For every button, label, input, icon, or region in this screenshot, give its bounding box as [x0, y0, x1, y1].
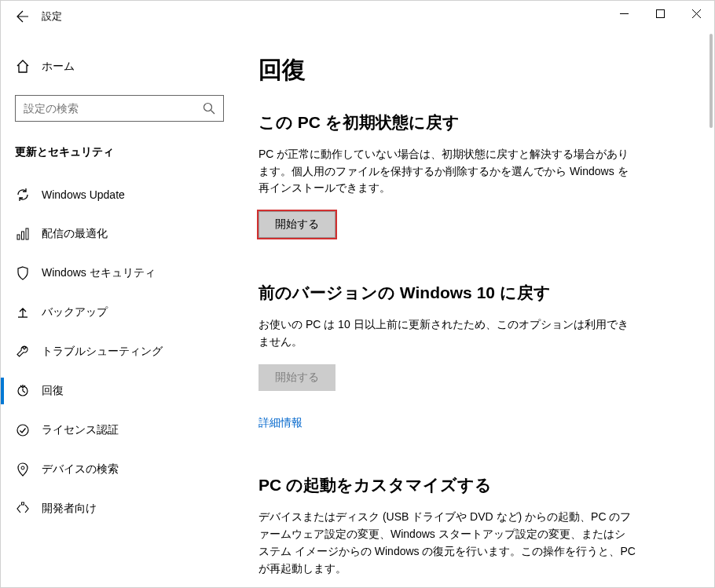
wrench-icon	[15, 345, 31, 359]
svg-point-6	[17, 425, 28, 436]
svg-rect-3	[22, 232, 24, 239]
sidebar-item-windows-security[interactable]: Windows セキュリティ	[1, 254, 236, 293]
sidebar-item-delivery-optimization[interactable]: 配信の最適化	[1, 214, 236, 254]
window-controls	[606, 1, 714, 26]
body: ホーム 更新とセキュリティ Windows Update 配信の最適化	[1, 32, 714, 587]
sidebar-item-find-device[interactable]: デバイスの検索	[1, 450, 236, 489]
section-heading: 前のバージョンの Windows 10 に戻す	[258, 282, 683, 304]
content-area: 回復 この PC を初期状態に戻す PC が正常に動作していない場合は、初期状態…	[236, 32, 714, 587]
activation-icon	[15, 423, 31, 437]
sidebar-item-label: デバイスの検索	[42, 462, 119, 477]
sidebar-section-title: 更新とセキュリティ	[15, 145, 236, 159]
svg-rect-4	[26, 228, 28, 239]
developer-icon	[15, 502, 31, 516]
scrollbar-thumb[interactable]	[710, 34, 713, 128]
search-box[interactable]	[15, 95, 224, 122]
sync-icon	[15, 188, 31, 202]
sidebar-nav: Windows Update 配信の最適化 Windows セキュリティ バック…	[1, 175, 236, 528]
sidebar-item-label: Windows Update	[42, 188, 125, 201]
search-input[interactable]	[24, 102, 203, 115]
sidebar-item-label: ライセンス認証	[42, 423, 119, 437]
svg-rect-8	[22, 502, 24, 505]
optimization-icon	[15, 227, 31, 241]
sidebar-item-label: Windows セキュリティ	[42, 266, 156, 280]
svg-point-1	[204, 104, 212, 111]
sidebar-item-label: バックアップ	[42, 305, 108, 320]
back-button[interactable]	[7, 1, 38, 32]
backup-icon	[15, 305, 31, 320]
settings-window: 設定 ホーム	[0, 0, 715, 588]
close-icon	[692, 9, 701, 18]
sidebar-item-label: 配信の最適化	[42, 227, 108, 241]
home-icon	[15, 60, 31, 74]
reset-start-button[interactable]: 開始する	[258, 211, 336, 238]
sidebar-item-developers[interactable]: 開発者向け	[1, 489, 236, 528]
section-reset-pc: この PC を初期状態に戻す PC が正常に動作していない場合は、初期状態に戻す…	[258, 111, 683, 238]
arrow-left-icon	[16, 10, 29, 23]
section-description: デバイスまたはディスク (USB ドライブや DVD など) からの起動、PC …	[258, 509, 636, 577]
home-label: ホーム	[42, 60, 75, 74]
minimize-button[interactable]	[606, 1, 642, 26]
sidebar-item-recovery[interactable]: 回復	[1, 371, 236, 411]
section-heading: この PC を初期状態に戻す	[258, 111, 683, 133]
page-title: 回復	[258, 54, 683, 86]
svg-rect-0	[656, 9, 664, 17]
maximize-icon	[656, 9, 665, 18]
section-description: PC が正常に動作していない場合は、初期状態に戻すと解決する場合があります。個人…	[258, 146, 636, 197]
section-heading: PC の起動をカスタマイズする	[258, 474, 683, 496]
sidebar: ホーム 更新とセキュリティ Windows Update 配信の最適化	[1, 32, 236, 587]
sidebar-item-label: 開発者向け	[42, 502, 97, 516]
section-description: お使いの PC は 10 日以上前に更新されたため、このオプションは利用できませ…	[258, 316, 636, 350]
shield-icon	[15, 266, 31, 280]
svg-point-7	[21, 466, 24, 469]
goback-start-button: 開始する	[258, 364, 336, 391]
sidebar-item-windows-update[interactable]: Windows Update	[1, 175, 236, 214]
recovery-icon	[15, 384, 31, 398]
maximize-button[interactable]	[642, 1, 678, 26]
titlebar: 設定	[1, 1, 714, 32]
search-icon	[203, 102, 215, 115]
sidebar-item-activation[interactable]: ライセンス認証	[1, 411, 236, 450]
sidebar-item-backup[interactable]: バックアップ	[1, 293, 236, 332]
minimize-icon	[620, 9, 629, 18]
learn-more-link[interactable]: 詳細情報	[258, 416, 302, 430]
find-device-icon	[15, 462, 31, 477]
sidebar-item-troubleshoot[interactable]: トラブルシューティング	[1, 332, 236, 371]
close-button[interactable]	[678, 1, 714, 26]
sidebar-item-label: 回復	[42, 384, 64, 398]
window-title: 設定	[42, 9, 62, 24]
sidebar-item-label: トラブルシューティング	[42, 345, 163, 359]
section-advanced-startup: PC の起動をカスタマイズする デバイスまたはディスク (USB ドライブや D…	[258, 474, 683, 587]
section-go-back: 前のバージョンの Windows 10 に戻す お使いの PC は 10 日以上…	[258, 282, 683, 430]
home-link[interactable]: ホーム	[15, 51, 236, 82]
svg-rect-2	[17, 235, 20, 239]
